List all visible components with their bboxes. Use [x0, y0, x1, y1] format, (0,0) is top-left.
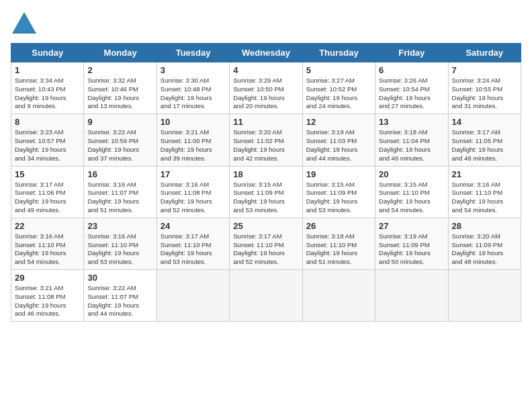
calendar-cell: 27Sunrise: 3:19 AM Sunset: 11:09 PM Dayl… [375, 218, 448, 269]
day-info: Sunrise: 3:17 AM Sunset: 11:10 PM Daylig… [233, 232, 298, 267]
col-header-monday: Monday [84, 44, 157, 62]
day-info: Sunrise: 3:15 AM Sunset: 11:10 PM Daylig… [379, 181, 444, 215]
day-number: 30 [87, 273, 152, 283]
col-header-wednesday: Wednesday [230, 44, 302, 62]
day-number: 27 [379, 221, 444, 231]
calendar-cell: 15Sunrise: 3:17 AM Sunset: 11:06 PM Dayl… [11, 166, 84, 218]
day-info: Sunrise: 3:16 AM Sunset: 11:10 PM Daylig… [87, 232, 152, 267]
day-number: 10 [161, 117, 226, 127]
calendar-cell: 13Sunrise: 3:18 AM Sunset: 11:04 PM Dayl… [375, 114, 448, 166]
calendar-week-4: 22Sunrise: 3:16 AM Sunset: 11:10 PM Dayl… [11, 218, 521, 269]
calendar-cell: 20Sunrise: 3:15 AM Sunset: 11:10 PM Dayl… [375, 166, 448, 218]
day-number: 16 [87, 169, 152, 179]
day-info: Sunrise: 3:17 AM Sunset: 11:10 PM Daylig… [161, 232, 226, 267]
col-header-saturday: Saturday [448, 44, 521, 62]
calendar-cell: 30Sunrise: 3:22 AM Sunset: 11:07 PM Dayl… [84, 270, 157, 322]
day-number: 29 [15, 273, 80, 283]
day-number: 14 [452, 117, 517, 127]
calendar-week-5: 29Sunrise: 3:21 AM Sunset: 11:08 PM Dayl… [11, 270, 521, 322]
calendar-cell [302, 270, 375, 322]
calendar-cell: 12Sunrise: 3:19 AM Sunset: 11:03 PM Dayl… [302, 114, 375, 166]
calendar-cell [157, 270, 229, 322]
col-header-thursday: Thursday [302, 44, 375, 62]
day-number: 17 [161, 169, 226, 179]
calendar-cell: 17Sunrise: 3:16 AM Sunset: 11:08 PM Dayl… [157, 166, 229, 218]
calendar-week-1: 1Sunrise: 3:34 AM Sunset: 10:43 PM Dayli… [11, 62, 521, 114]
calendar: SundayMondayTuesdayWednesdayThursdayFrid… [11, 43, 521, 322]
day-number: 18 [233, 169, 298, 179]
calendar-cell: 8Sunrise: 3:23 AM Sunset: 10:57 PM Dayli… [11, 114, 84, 166]
calendar-cell: 1Sunrise: 3:34 AM Sunset: 10:43 PM Dayli… [11, 62, 84, 114]
calendar-cell: 5Sunrise: 3:27 AM Sunset: 10:52 PM Dayli… [302, 62, 375, 114]
day-info: Sunrise: 3:21 AM Sunset: 11:00 PM Daylig… [161, 128, 226, 163]
day-number: 23 [87, 221, 152, 231]
calendar-cell: 18Sunrise: 3:15 AM Sunset: 11:09 PM Dayl… [230, 166, 302, 218]
day-info: Sunrise: 3:20 AM Sunset: 11:09 PM Daylig… [452, 232, 517, 267]
day-info: Sunrise: 3:32 AM Sunset: 10:46 PM Daylig… [87, 77, 152, 111]
day-info: Sunrise: 3:24 AM Sunset: 10:55 PM Daylig… [452, 77, 517, 111]
day-number: 24 [161, 221, 226, 231]
day-number: 11 [233, 117, 298, 127]
calendar-cell: 29Sunrise: 3:21 AM Sunset: 11:08 PM Dayl… [11, 270, 84, 322]
col-header-tuesday: Tuesday [157, 44, 229, 62]
day-number: 13 [379, 117, 444, 127]
calendar-cell: 2Sunrise: 3:32 AM Sunset: 10:46 PM Dayli… [84, 62, 157, 114]
day-info: Sunrise: 3:16 AM Sunset: 11:10 PM Daylig… [452, 181, 517, 215]
day-info: Sunrise: 3:19 AM Sunset: 11:03 PM Daylig… [306, 128, 371, 163]
day-number: 19 [306, 169, 371, 179]
calendar-cell: 9Sunrise: 3:22 AM Sunset: 10:59 PM Dayli… [84, 114, 157, 166]
day-number: 6 [379, 65, 444, 75]
day-number: 15 [15, 169, 80, 179]
day-number: 28 [452, 221, 517, 231]
day-info: Sunrise: 3:16 AM Sunset: 11:08 PM Daylig… [161, 181, 226, 215]
calendar-cell: 22Sunrise: 3:16 AM Sunset: 11:10 PM Dayl… [11, 218, 84, 269]
calendar-week-3: 15Sunrise: 3:17 AM Sunset: 11:06 PM Dayl… [11, 166, 521, 218]
calendar-cell: 11Sunrise: 3:20 AM Sunset: 11:02 PM Dayl… [230, 114, 302, 166]
calendar-week-2: 8Sunrise: 3:23 AM Sunset: 10:57 PM Dayli… [11, 114, 521, 166]
day-info: Sunrise: 3:18 AM Sunset: 11:04 PM Daylig… [379, 128, 444, 163]
day-info: Sunrise: 3:17 AM Sunset: 11:05 PM Daylig… [452, 128, 517, 163]
day-info: Sunrise: 3:16 AM Sunset: 11:07 PM Daylig… [87, 181, 152, 215]
calendar-cell: 25Sunrise: 3:17 AM Sunset: 11:10 PM Dayl… [230, 218, 302, 269]
calendar-cell: 14Sunrise: 3:17 AM Sunset: 11:05 PM Dayl… [448, 114, 521, 166]
calendar-cell: 19Sunrise: 3:15 AM Sunset: 11:09 PM Dayl… [302, 166, 375, 218]
day-info: Sunrise: 3:22 AM Sunset: 10:59 PM Daylig… [87, 128, 152, 163]
calendar-cell [448, 270, 521, 322]
calendar-cell: 26Sunrise: 3:18 AM Sunset: 11:10 PM Dayl… [302, 218, 375, 269]
svg-marker-1 [15, 16, 34, 31]
day-number: 8 [15, 117, 80, 127]
calendar-cell [230, 270, 302, 322]
calendar-header-row: SundayMondayTuesdayWednesdayThursdayFrid… [11, 44, 521, 62]
day-info: Sunrise: 3:22 AM Sunset: 11:07 PM Daylig… [87, 284, 152, 318]
logo [11, 11, 40, 35]
day-info: Sunrise: 3:23 AM Sunset: 10:57 PM Daylig… [15, 128, 80, 163]
day-info: Sunrise: 3:30 AM Sunset: 10:48 PM Daylig… [161, 77, 226, 111]
day-info: Sunrise: 3:27 AM Sunset: 10:52 PM Daylig… [306, 77, 371, 111]
calendar-cell: 4Sunrise: 3:29 AM Sunset: 10:50 PM Dayli… [230, 62, 302, 114]
day-number: 5 [306, 65, 371, 75]
col-header-sunday: Sunday [11, 44, 84, 62]
col-header-friday: Friday [375, 44, 448, 62]
day-number: 1 [15, 65, 80, 75]
day-number: 12 [306, 117, 371, 127]
day-info: Sunrise: 3:34 AM Sunset: 10:43 PM Daylig… [15, 77, 80, 111]
day-number: 9 [87, 117, 152, 127]
day-info: Sunrise: 3:16 AM Sunset: 11:10 PM Daylig… [15, 232, 80, 267]
day-number: 26 [306, 221, 371, 231]
day-info: Sunrise: 3:15 AM Sunset: 11:09 PM Daylig… [306, 181, 371, 215]
day-number: 20 [379, 169, 444, 179]
calendar-cell: 21Sunrise: 3:16 AM Sunset: 11:10 PM Dayl… [448, 166, 521, 218]
day-info: Sunrise: 3:21 AM Sunset: 11:08 PM Daylig… [15, 284, 80, 318]
day-info: Sunrise: 3:17 AM Sunset: 11:06 PM Daylig… [15, 181, 80, 215]
day-info: Sunrise: 3:29 AM Sunset: 10:50 PM Daylig… [233, 77, 298, 111]
day-info: Sunrise: 3:15 AM Sunset: 11:09 PM Daylig… [233, 181, 298, 215]
day-info: Sunrise: 3:19 AM Sunset: 11:09 PM Daylig… [379, 232, 444, 267]
day-number: 22 [15, 221, 80, 231]
calendar-cell [375, 270, 448, 322]
calendar-cell: 3Sunrise: 3:30 AM Sunset: 10:48 PM Dayli… [157, 62, 229, 114]
day-number: 25 [233, 221, 298, 231]
calendar-cell: 23Sunrise: 3:16 AM Sunset: 11:10 PM Dayl… [84, 218, 157, 269]
day-info: Sunrise: 3:20 AM Sunset: 11:02 PM Daylig… [233, 128, 298, 163]
day-number: 3 [161, 65, 226, 75]
header [11, 11, 521, 35]
